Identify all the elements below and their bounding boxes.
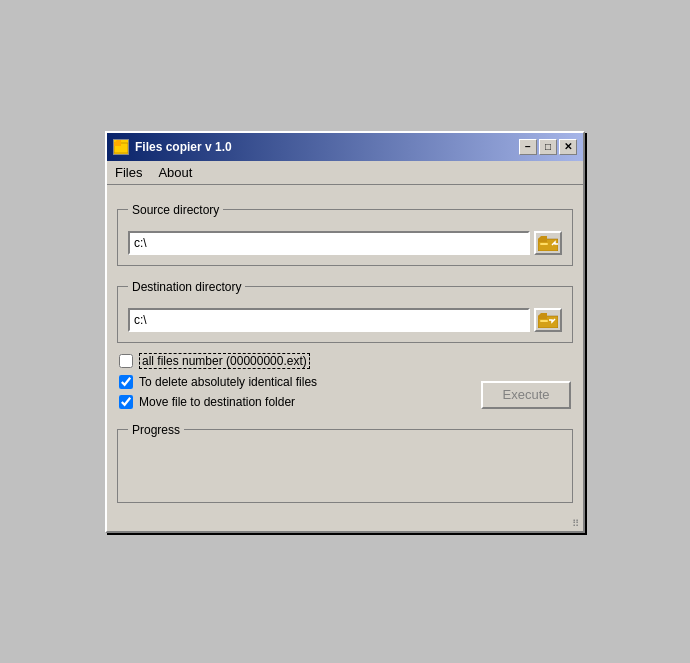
delete-identical-row: To delete absolutely identical files — [119, 375, 317, 389]
window-content: Source directory — [107, 185, 583, 517]
source-dir-row — [128, 231, 562, 255]
execute-button[interactable]: Execute — [481, 381, 571, 409]
progress-group: Progress — [117, 423, 573, 503]
all-files-checkbox[interactable] — [119, 354, 133, 368]
resize-handle[interactable]: ⠿ — [107, 517, 583, 531]
all-files-label: all files number (00000000.ext) — [139, 353, 310, 369]
main-window: Files copier v 1.0 − □ ✕ Files About Sou… — [105, 131, 585, 533]
dest-dir-input[interactable] — [128, 308, 530, 332]
svg-marker-9 — [538, 313, 547, 316]
svg-marker-5 — [538, 236, 547, 239]
source-folder-icon — [538, 235, 558, 251]
move-file-row: Move file to destination folder — [119, 395, 317, 409]
svg-rect-10 — [540, 320, 548, 322]
window-title: Files copier v 1.0 — [135, 140, 232, 154]
close-button[interactable]: ✕ — [559, 139, 577, 155]
window-controls: − □ ✕ — [519, 139, 577, 155]
delete-identical-checkbox[interactable] — [119, 375, 133, 389]
minimize-button[interactable]: − — [519, 139, 537, 155]
svg-rect-1 — [114, 143, 121, 146]
source-dir-label: Source directory — [128, 203, 223, 217]
title-bar: Files copier v 1.0 − □ ✕ — [107, 133, 583, 161]
source-dir-input[interactable] — [128, 231, 530, 255]
dest-browse-button[interactable] — [534, 308, 562, 332]
menu-files[interactable]: Files — [107, 163, 150, 182]
svg-rect-4 — [538, 239, 547, 242]
dest-dir-label: Destination directory — [128, 280, 245, 294]
dest-dir-group: Destination directory — [117, 280, 573, 343]
maximize-button[interactable]: □ — [539, 139, 557, 155]
move-file-label: Move file to destination folder — [139, 395, 295, 409]
app-icon — [113, 139, 129, 155]
options-execute-row: all files number (00000000.ext) To delet… — [117, 353, 573, 409]
dest-dir-row — [128, 308, 562, 332]
move-file-checkbox[interactable] — [119, 395, 133, 409]
progress-label: Progress — [128, 423, 184, 437]
svg-marker-2 — [114, 140, 121, 143]
dest-folder-icon — [538, 312, 558, 328]
checkboxes-column: all files number (00000000.ext) To delet… — [119, 353, 317, 409]
menu-about[interactable]: About — [150, 163, 200, 182]
svg-rect-6 — [540, 243, 548, 245]
source-dir-group: Source directory — [117, 203, 573, 266]
svg-rect-8 — [538, 316, 547, 319]
delete-identical-label: To delete absolutely identical files — [139, 375, 317, 389]
menu-bar: Files About — [107, 161, 583, 185]
source-browse-button[interactable] — [534, 231, 562, 255]
all-files-row: all files number (00000000.ext) — [119, 353, 317, 369]
